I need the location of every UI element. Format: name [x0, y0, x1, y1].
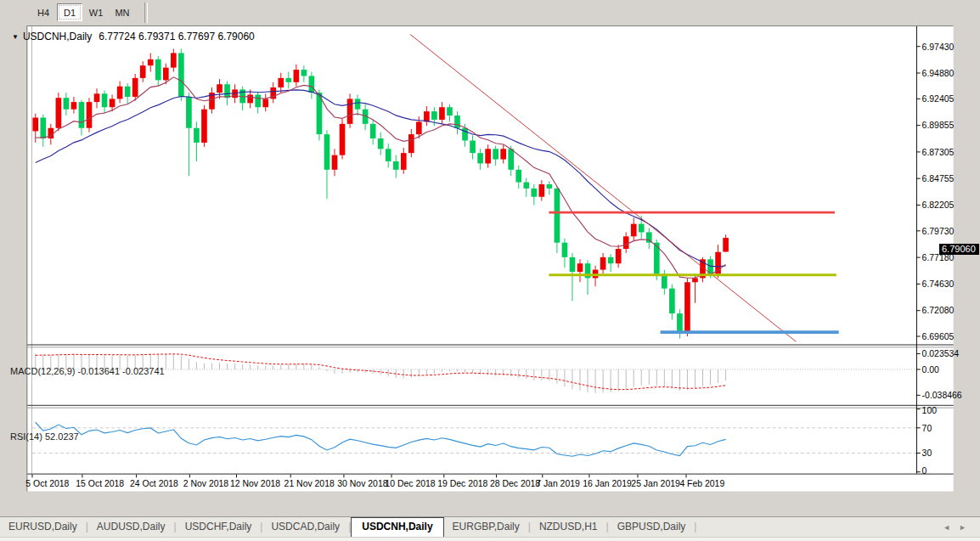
macd-axis-label: 0.023534: [922, 349, 960, 358]
candle: [539, 184, 545, 197]
tab-usdchf-daily[interactable]: USDCHF,Daily: [177, 518, 261, 536]
candle: [132, 78, 138, 97]
rsi-axis-label: 30: [922, 448, 932, 458]
candle: [493, 149, 498, 159]
price-axis-label: 6.89855: [922, 121, 955, 130]
date-axis-label: 5 Oct 2018: [25, 479, 69, 488]
tab-audusd-daily[interactable]: AUDUSD,Daily: [88, 518, 174, 536]
candle: [462, 128, 468, 141]
candle: [692, 278, 698, 282]
candle: [386, 149, 391, 161]
candle: [408, 134, 414, 153]
price-axis-label: 6.82205: [922, 200, 955, 210]
candle: [355, 99, 361, 109]
candle: [87, 102, 93, 128]
date-axis-label: 16 Jan 2019: [583, 479, 632, 488]
price-axis-label: 6.79730: [922, 227, 955, 236]
candle: [171, 53, 177, 67]
candle: [515, 170, 521, 183]
candle: [577, 263, 583, 272]
candle: [723, 238, 729, 251]
price-axis-label: 6.87305: [922, 148, 955, 157]
candle: [669, 289, 675, 313]
candle: [64, 98, 70, 109]
candle: [110, 99, 115, 107]
candle: [148, 59, 154, 65]
candle: [186, 97, 192, 128]
candle: [340, 124, 346, 155]
rsi-axis-label: 70: [922, 424, 932, 433]
price-axis-label: 6.97430: [922, 42, 955, 52]
candle: [201, 110, 207, 143]
candle: [416, 121, 422, 134]
candle: [301, 70, 307, 76]
price-axis-label: 6.84755: [922, 174, 955, 183]
candle: [431, 111, 437, 120]
candle: [79, 102, 85, 128]
chart-window-background: [27, 25, 953, 492]
candle: [631, 224, 637, 237]
candle: [94, 93, 100, 102]
timeframe-button-h4[interactable]: H4: [31, 3, 56, 21]
date-axis-label: 30 Nov 2018: [337, 479, 387, 488]
candle: [616, 249, 622, 263]
rsi-axis-label: 100: [922, 406, 938, 415]
date-axis-label: 12 Nov 2018: [230, 479, 280, 488]
candle: [378, 138, 384, 149]
chart-tab-bar: EURUSD,Daily | AUDUSD,Daily | USDCHF,Dai…: [0, 516, 980, 541]
tab-gbpusd-daily[interactable]: GBPUSD,Daily: [609, 518, 695, 536]
toolbar-separator: [144, 3, 148, 23]
chart-canvas[interactable]: 6.974306.948806.924056.898556.873056.847…: [0, 25, 980, 516]
date-axis-label: 2 Nov 2018: [183, 479, 229, 488]
date-axis-label: 4 Feb 2019: [679, 479, 724, 488]
tab-scroll-left-icon[interactable]: ◄: [943, 523, 959, 532]
date-axis-label: 10 Dec 2018: [385, 479, 435, 488]
tab-usdcnh-daily[interactable]: USDCNH,Daily: [351, 517, 443, 537]
rsi-axis-label: 0: [922, 466, 927, 476]
candle: [393, 161, 399, 170]
candle: [608, 257, 614, 263]
candle: [224, 84, 230, 98]
price-axis-label: 6.94880: [922, 69, 955, 78]
tab-nzdusd-h1[interactable]: NZDUSD,H1: [531, 518, 606, 536]
tab-usdcad-daily[interactable]: USDCAD,Daily: [262, 518, 348, 536]
candle: [247, 95, 253, 104]
candle: [508, 149, 514, 170]
macd-axis-label: 0.00: [922, 365, 940, 375]
candle: [40, 117, 46, 138]
date-axis-label: 25 Jan 2019: [631, 479, 680, 488]
price-axis-label: 6.69605: [922, 332, 955, 341]
candle: [485, 149, 491, 163]
candle: [71, 102, 77, 110]
timeframe-toolbar: H4D1W1MN: [0, 0, 980, 26]
candle: [125, 87, 131, 97]
candle: [562, 243, 568, 257]
candle: [523, 183, 529, 189]
timeframe-button-mn[interactable]: MN: [110, 3, 135, 21]
timeframe-button-w1[interactable]: W1: [83, 3, 109, 21]
date-axis-label: 24 Oct 2018: [130, 479, 178, 488]
candle: [117, 87, 123, 99]
candle: [570, 257, 576, 272]
tab-bar-strip: [0, 537, 980, 541]
tab-scroll-right-icon[interactable]: ►: [959, 523, 975, 532]
candle: [155, 59, 161, 81]
tab-eurusd-daily[interactable]: EURUSD,Daily: [0, 518, 86, 536]
candle: [439, 107, 445, 120]
candle: [600, 257, 606, 270]
date-axis-label: 7 Jan 2019: [536, 479, 580, 488]
candle: [639, 224, 645, 233]
date-axis-label: 19 Dec 2018: [437, 479, 487, 488]
chart-window: 6.974306.948806.924056.898556.873056.847…: [0, 25, 980, 516]
tab-separator: |: [694, 518, 696, 536]
price-axis-label: 6.92405: [922, 94, 955, 104]
candle: [324, 134, 330, 170]
date-axis-label: 21 Nov 2018: [284, 479, 335, 488]
candle: [262, 99, 268, 107]
candle: [547, 184, 553, 189]
tab-eurgbp-daily[interactable]: EURGBP,Daily: [444, 518, 528, 536]
timeframe-button-d1[interactable]: D1: [57, 3, 82, 21]
candle: [178, 53, 184, 97]
candle: [102, 93, 108, 107]
candle: [294, 70, 300, 82]
